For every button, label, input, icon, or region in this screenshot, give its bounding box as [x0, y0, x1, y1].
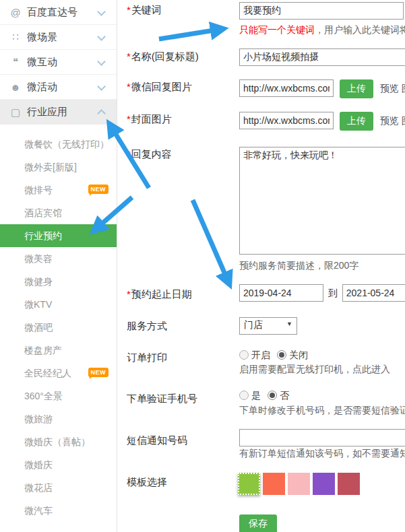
quotes-icon: ❝ — [9, 56, 22, 68]
sidebar-sub-item-label: 微花店 — [24, 482, 53, 493]
cover-image-preview-links[interactable]: 预览 图片 — [380, 115, 405, 126]
sidebar-sub-item[interactable]: 微婚庆 — [0, 453, 117, 476]
date-start-input[interactable] — [239, 284, 323, 302]
service-mode-label: 服务方式 — [127, 320, 167, 333]
sidebar-top-item-label: 微互动 — [27, 56, 57, 69]
template-swatch[interactable] — [338, 473, 360, 495]
order-print-radios: 开启关闭 — [239, 350, 315, 362]
name-input[interactable] — [239, 48, 405, 66]
cover-image-upload-button[interactable]: 上传 — [340, 112, 373, 131]
chevron-down-icon — [97, 57, 106, 66]
sidebar-top-item[interactable]: ∷微场景 — [0, 25, 117, 50]
sidebar-sub-item-label: 行业预约 — [24, 230, 62, 241]
chevron-down-icon — [97, 32, 106, 41]
sidebar-top-item[interactable]: ▢行业应用 — [0, 100, 117, 125]
order-print-label: 订单打印 — [127, 352, 167, 364]
wx-image-label: *微信回复图片 — [127, 81, 192, 94]
sidebar-sub-item[interactable]: 微KTV — [0, 293, 117, 316]
sidebar-sub-item-label: 微美容 — [24, 253, 53, 264]
save-button[interactable]: 保存 — [239, 514, 277, 532]
sms-number-label: 短信通知号码 — [127, 434, 187, 447]
sidebar-top-item[interactable]: ☻微活动 — [0, 75, 117, 100]
sidebar-top-item-label: 微活动 — [27, 81, 57, 94]
template-swatches — [238, 473, 363, 495]
cover-image-url-input[interactable] — [239, 112, 334, 129]
sidebar-sub-item[interactable]: 微婚庆（喜帖） — [0, 430, 117, 453]
sidebar-sub-item-label: 微婚庆 — [24, 459, 53, 470]
sidebar-sub-item[interactable]: 酒店宾馆 — [0, 201, 117, 224]
verify-phone-label: 下单验证手机号 — [127, 393, 197, 405]
scene-dots-icon: ∷ — [9, 31, 22, 43]
sidebar-sub-item-label: 360°全景 — [24, 391, 63, 401]
sidebar-sub-item[interactable]: 微排号NEW — [0, 178, 117, 201]
sidebar-sub-item[interactable]: 微餐饮（无线打印） — [0, 133, 117, 156]
sidebar-sub-item[interactable]: 楼盘房产 — [0, 339, 117, 362]
sms-number-input[interactable] — [239, 429, 405, 446]
reply-content-label: *回复内容 — [127, 148, 172, 161]
cover-image-label: *封面图片 — [127, 113, 172, 126]
verify-no-radio[interactable] — [268, 391, 277, 400]
sidebar-sub-item[interactable]: 微健身 — [0, 270, 117, 293]
reply-content-textarea[interactable] — [239, 147, 405, 255]
dropdown-arrow-icon: ▼ — [286, 321, 292, 327]
sidebar-sub-item-label: 微婚庆（喜帖） — [24, 436, 90, 447]
order-print-hint[interactable]: 启用需要配置无线打印机，点此进入 — [239, 364, 390, 376]
sidebar-sub-item-label: 微餐饮（无线打印） — [24, 139, 109, 149]
reply-content-hint: 预约服务简要描述，限200字 — [239, 260, 359, 272]
date-range-label: *预约起止日期 — [127, 288, 192, 301]
sidebar-top-item-label: 行业应用 — [27, 106, 67, 119]
name-label: *名称(回复标题) — [127, 51, 199, 63]
order-print-on-label: 开启 — [251, 350, 270, 360]
order-print-off-radio[interactable] — [277, 350, 286, 360]
at-circle-icon: @ — [9, 7, 22, 18]
sidebar-sub-item[interactable]: 微花店 — [0, 476, 117, 499]
sidebar-sub-item-label: 酒店宾馆 — [24, 207, 62, 218]
person-circle-icon: ☻ — [9, 81, 22, 93]
order-print-off-label: 关闭 — [289, 350, 308, 360]
chevron-down-icon — [97, 7, 106, 16]
sidebar-sub-item[interactable]: 全民经纪人NEW — [0, 362, 117, 385]
template-label: 模板选择 — [127, 476, 167, 489]
sidebar-sub-item-label: 微旅游 — [24, 413, 53, 424]
sidebar-sub-item-label: 全民经纪人 — [24, 368, 71, 378]
sidebar-sub-item-label: 微健身 — [24, 276, 53, 287]
sidebar-top-item[interactable]: @百度直达号 — [0, 0, 117, 25]
new-badge: NEW — [88, 185, 109, 194]
template-swatch[interactable] — [288, 473, 310, 495]
sidebar-top-item[interactable]: ❝微互动 — [0, 50, 117, 75]
sidebar: @百度直达号∷微场景❝微互动☻微活动▢行业应用 微餐饮（无线打印）微外卖[新版]… — [0, 0, 117, 532]
sidebar-sub-item-label: 微汽车 — [24, 505, 53, 516]
verify-yes-label: 是 — [251, 390, 261, 401]
sidebar-sub-item-label: 微KTV — [24, 299, 52, 310]
wx-image-url-input[interactable] — [239, 79, 334, 97]
sidebar-sub-item[interactable]: 微汽车 — [0, 499, 117, 522]
verify-phone-hint: 下单时修改手机号码，是否需要短信验证 — [239, 405, 405, 417]
sidebar-sub-item[interactable]: 微酒吧 — [0, 316, 117, 339]
verify-yes-radio[interactable] — [239, 391, 249, 400]
sms-number-hint: 有新订单短信通知该号码，如不需要通知请留空 — [239, 448, 405, 460]
template-swatch[interactable] — [313, 473, 335, 495]
new-badge: NEW — [88, 368, 109, 377]
template-swatch[interactable] — [263, 473, 285, 495]
date-end-input[interactable] — [342, 284, 405, 302]
date-to-text: 到 — [328, 288, 338, 298]
chevron-down-icon — [97, 82, 106, 91]
template-swatch[interactable] — [238, 473, 260, 495]
sidebar-sub-item-label: 微排号 — [24, 185, 53, 195]
sidebar-sub-item[interactable]: 微美容 — [0, 247, 117, 270]
mobile-app-icon: ▢ — [9, 106, 22, 119]
sidebar-sub-item[interactable]: 微外卖[新版] — [0, 156, 117, 178]
sidebar-sub-item[interactable]: 360°全景 — [0, 385, 117, 407]
sidebar-sub-item[interactable]: 行业预约 — [0, 224, 117, 247]
sidebar-top-menu: @百度直达号∷微场景❝微互动☻微活动▢行业应用 — [0, 0, 117, 125]
sidebar-sub-item-label: 楼盘房产 — [24, 345, 62, 356]
wx-image-upload-button[interactable]: 上传 — [340, 79, 373, 98]
verify-no-label: 否 — [280, 390, 289, 401]
keyword-input[interactable] — [239, 2, 404, 20]
sidebar-sub-item-label: 微酒吧 — [24, 322, 53, 333]
wx-image-preview-links[interactable]: 预览 图片 — [380, 83, 405, 94]
sidebar-sub-item[interactable]: 微旅游 — [0, 407, 117, 430]
sidebar-submenu: 微餐饮（无线打印）微外卖[新版]微排号NEW酒店宾馆行业预约微美容微健身微KTV… — [0, 125, 117, 522]
service-mode-select[interactable]: 门店▼ — [239, 317, 297, 335]
order-print-on-radio[interactable] — [239, 350, 249, 360]
